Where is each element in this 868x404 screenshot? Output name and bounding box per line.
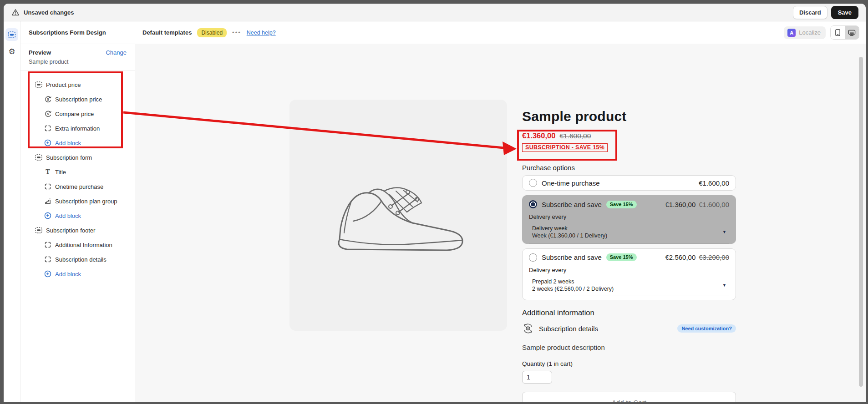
delivery-frequency-select[interactable]: Delivery week Week (€1.360,00 / 1 Delive… [529, 224, 729, 243]
device-preview-toggle [830, 25, 859, 40]
desktop-icon [848, 29, 856, 36]
tree-item-subscription-plan-group[interactable]: Subscription plan group [20, 194, 135, 208]
quantity-input[interactable] [522, 371, 552, 384]
option-subscribe-weekly[interactable]: Subscribe and save Save 15% €1.360,00 €1… [522, 195, 736, 244]
select-plan-detail: Week (€1.360,00 / 1 Delivery) [532, 232, 607, 239]
preview-label: Preview [29, 49, 51, 56]
svg-text:$: $ [47, 97, 49, 101]
select-plan-name: Delivery week [532, 225, 607, 232]
tree-label: Compare price [55, 111, 94, 117]
option-price: €1.600,00 [699, 179, 729, 187]
select-plan-detail: 2 weeks (€2.560,00 / 2 Delivery) [532, 285, 614, 293]
settings-rail-button[interactable]: ⚙ [8, 48, 15, 56]
tree-add-block-subscription-footer[interactable]: Add block [20, 267, 135, 281]
preview-canvas: Sample product €1.360,00 €1.600,00 SUBSC… [135, 44, 866, 402]
chevron-down-icon: ▼ [722, 283, 728, 288]
option-subscribe-prepaid[interactable]: Subscribe and save Save 15% €2.560,00 €3… [522, 248, 736, 301]
tree-item-title[interactable]: T Title [20, 165, 135, 179]
discard-button[interactable]: Discard [793, 6, 827, 19]
select-plan-name: Prepaid 2 weeks [532, 278, 614, 285]
plan-group-icon [44, 197, 51, 205]
templates-title: Default templates [142, 29, 192, 36]
option-price: €2.560,00 [665, 253, 696, 261]
product-info-column: Sample product €1.360,00 €1.600,00 SUBSC… [522, 100, 737, 402]
delivery-every-label: Delivery every [529, 213, 729, 220]
recurring-package-icon [522, 323, 534, 334]
preview-scrollbar[interactable] [859, 57, 863, 387]
recurring-price-icon: $ [44, 110, 51, 117]
price-block: €1.360,00 €1.600,00 SUBSCRIPTION - SAVE … [522, 131, 737, 152]
product-description: Sample product description [522, 343, 737, 351]
add-to-cart-button[interactable]: Add to Cart [522, 392, 736, 402]
overflow-menu-button[interactable]: ••• [232, 29, 241, 36]
warning-icon [11, 9, 20, 16]
mobile-preview-button[interactable] [831, 26, 845, 39]
need-help-link[interactable]: Need help? [247, 30, 276, 36]
tree-item-extra-information[interactable]: Extra information [20, 121, 135, 136]
tree-label: Subscription form [46, 154, 92, 161]
add-circle-icon [44, 212, 51, 219]
subscription-details-label: Subscription details [539, 325, 598, 333]
option-price: €1.360,00 [665, 201, 696, 208]
tree-item-compare-price[interactable]: $ Compare price [20, 106, 135, 121]
sections-icon [8, 31, 16, 38]
tree-item-subscription-footer[interactable]: Subscription footer [20, 223, 135, 237]
radio-unchecked[interactable] [529, 179, 537, 187]
additional-information-heading: Additional information [522, 308, 737, 317]
sections-rail-button[interactable] [5, 28, 18, 41]
unsaved-changes-text: Unsaved changes [24, 9, 74, 16]
tree-item-additional-information[interactable]: Additional Information [20, 237, 135, 252]
recurring-price-icon: $ [44, 96, 51, 103]
design-sidebar: Subscriptions Form Design Preview Change… [20, 21, 135, 402]
product-title: Sample product [522, 109, 737, 124]
block-brackets-icon [44, 256, 51, 263]
delivery-every-label: Delivery every [529, 267, 729, 273]
localize-button[interactable]: A Localize [784, 26, 826, 39]
blocks-tree: Product price $ Subscription price $ Com… [20, 71, 135, 281]
tree-label: Subscription footer [46, 227, 95, 234]
radio-unchecked[interactable] [529, 253, 537, 262]
tree-item-onetime-purchase[interactable]: Onetime purchase [20, 179, 135, 194]
quantity-label: Quantity (1 in cart) [522, 360, 737, 367]
localize-label: Localize [799, 29, 821, 36]
purchase-options-list: One-time purchase €1.600,00 Subscribe an… [522, 175, 736, 300]
subscription-details-row: Subscription details Need customization? [522, 323, 736, 334]
templates-header: Default templates Disabled ••• Need help… [135, 21, 866, 44]
sneaker-line-art [323, 163, 473, 268]
option-label: One-time purchase [542, 179, 600, 187]
tree-label: Add block [55, 140, 81, 146]
tree-label: Subscription details [55, 256, 107, 263]
tree-label: Title [55, 169, 66, 176]
tree-item-subscription-price[interactable]: $ Subscription price [20, 92, 135, 106]
tree-item-subscription-details[interactable]: Subscription details [20, 252, 135, 267]
option-onetime-purchase[interactable]: One-time purchase €1.600,00 [522, 175, 736, 191]
add-circle-icon [44, 270, 51, 278]
tree-item-product-price[interactable]: Product price [20, 77, 135, 92]
tree-item-subscription-form[interactable]: Subscription form [20, 150, 135, 165]
tree-label: Product price [46, 81, 81, 88]
need-customization-link[interactable]: Need customization? [677, 324, 736, 333]
change-preview-link[interactable]: Change [106, 49, 127, 56]
sidebar-title: Subscriptions Form Design [20, 21, 135, 44]
block-brackets-icon [44, 125, 51, 132]
mobile-icon [835, 29, 841, 36]
tree-label: Add block [55, 212, 81, 219]
subscription-save-badge: SUBSCRIPTION - SAVE 15% [522, 143, 608, 152]
delivery-frequency-select[interactable]: Prepaid 2 weeks 2 weeks (€2.560,00 / 2 D… [529, 277, 729, 297]
desktop-preview-button[interactable] [845, 26, 859, 39]
save-button[interactable]: Save [831, 6, 858, 19]
title-text-icon: T [44, 168, 51, 176]
option-label: Subscribe and save [542, 201, 602, 208]
tree-add-block-product-price[interactable]: Add block [20, 136, 135, 150]
subscription-price: €1.360,00 [522, 131, 555, 140]
tree-label: Subscription plan group [55, 198, 117, 205]
chevron-down-icon: ▼ [722, 230, 728, 234]
tree-add-block-subscription-form[interactable]: Add block [20, 208, 135, 223]
section-icon [35, 154, 42, 161]
save-percent-badge: Save 15% [606, 253, 637, 261]
radio-checked[interactable] [529, 200, 537, 208]
tree-label: Onetime purchase [55, 183, 103, 190]
svg-text:$: $ [47, 112, 49, 116]
tree-label: Additional Information [55, 242, 112, 248]
block-brackets-icon [44, 183, 51, 190]
